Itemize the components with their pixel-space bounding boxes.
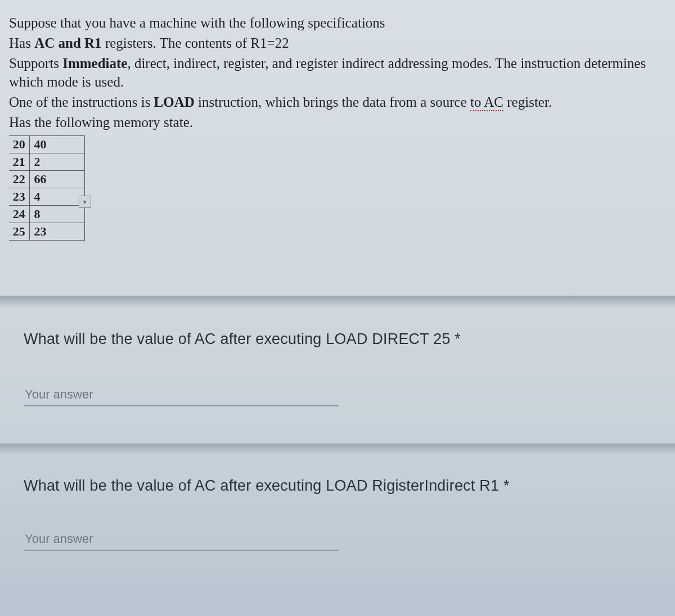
table-row: 212 <box>9 153 84 170</box>
problem-line-5: Has the following memory state. <box>9 113 666 132</box>
problem-line-3: Supports Immediate, direct, indirect, re… <box>9 54 666 92</box>
answer-field-wrap <box>24 528 651 555</box>
memory-address: 23 <box>9 188 29 205</box>
table-row: 248 <box>9 205 84 223</box>
problem-line-2: Has AC and R1 registers. The contents of… <box>9 34 666 53</box>
memory-table: 204021222662342482523 <box>9 135 85 241</box>
table-row: 2266 <box>9 170 84 188</box>
text: register. <box>503 94 552 110</box>
answer-field-wrap <box>24 384 651 411</box>
answer-input-2[interactable] <box>24 528 339 551</box>
memory-value: 4 <box>29 188 84 205</box>
memory-address: 24 <box>9 205 29 223</box>
table-row: 2523 <box>9 223 84 240</box>
question-2-text: What will be the value of AC after execu… <box>24 477 651 495</box>
memory-address: 20 <box>9 135 29 153</box>
memory-address: 25 <box>9 223 29 240</box>
problem-line-1: Suppose that you have a machine with the… <box>9 13 666 33</box>
memory-address: 21 <box>9 153 29 170</box>
question-card-2: What will be the value of AC after execu… <box>0 455 675 561</box>
text: registers. The contents of R1=22 <box>102 35 289 51</box>
dropdown-icon[interactable]: ▾ <box>79 196 91 208</box>
table-row: 234 <box>9 188 84 205</box>
memory-address: 22 <box>9 170 29 188</box>
memory-value: 8 <box>29 205 84 223</box>
memory-value: 2 <box>29 153 84 170</box>
problem-line-4: One of the instructions is LOAD instruct… <box>9 93 666 112</box>
question-1-text: What will be the value of AC after execu… <box>24 330 651 348</box>
divider <box>0 443 675 455</box>
register-names: AC and R1 <box>34 35 101 51</box>
memory-value: 40 <box>29 135 84 153</box>
chevron-down-icon: ▾ <box>83 198 87 206</box>
table-row: 2040 <box>9 135 84 153</box>
answer-input-1[interactable] <box>24 384 339 406</box>
memory-value: 66 <box>29 170 84 188</box>
page: Suppose that you have a machine with the… <box>0 0 675 561</box>
text: Supports <box>9 56 62 71</box>
divider <box>0 296 675 308</box>
to-ac-underlined: to AC <box>470 94 503 111</box>
question-card-1: What will be the value of AC after execu… <box>0 308 675 427</box>
instruction-load: LOAD <box>154 94 195 110</box>
text: instruction, which brings the data from … <box>195 94 470 110</box>
problem-statement: Suppose that you have a machine with the… <box>0 0 675 245</box>
memory-value: 23 <box>29 223 84 240</box>
mode-immediate: Immediate <box>62 56 127 71</box>
text: Has <box>9 35 34 51</box>
text: One of the instructions is <box>9 94 154 110</box>
